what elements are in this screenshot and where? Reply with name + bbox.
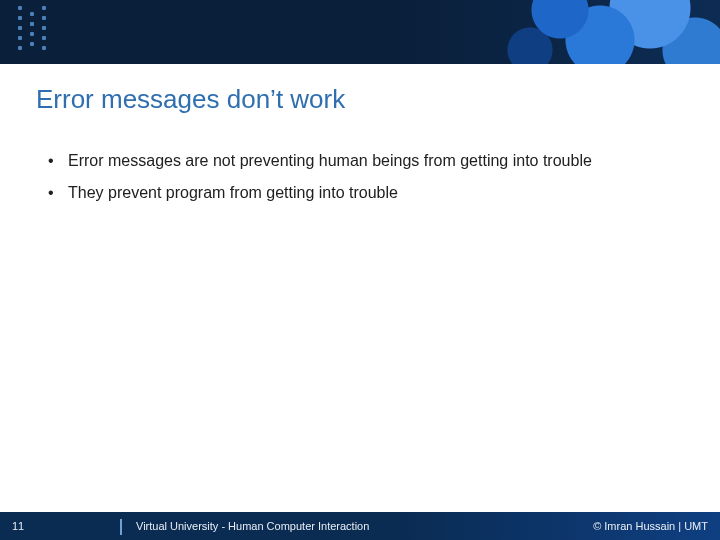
decorative-dots xyxy=(18,6,22,56)
page-number: 11 xyxy=(12,520,24,532)
header-band xyxy=(0,0,720,64)
footer-bar: 11 Virtual University - Human Computer I… xyxy=(0,512,720,540)
decorative-dots xyxy=(42,6,46,56)
bullet-item: They prevent program from getting into t… xyxy=(44,182,676,204)
footer-copyright: © Imran Hussain | UMT xyxy=(593,520,708,532)
slide-content: Error messages are not preventing human … xyxy=(44,150,676,213)
footer-divider xyxy=(120,519,122,535)
decorative-dots xyxy=(30,12,34,52)
footer-course: Virtual University - Human Computer Inte… xyxy=(128,520,369,532)
bullet-item: Error messages are not preventing human … xyxy=(44,150,676,172)
slide: Error messages don’t work Error messages… xyxy=(0,0,720,540)
slide-title: Error messages don’t work xyxy=(36,84,345,115)
